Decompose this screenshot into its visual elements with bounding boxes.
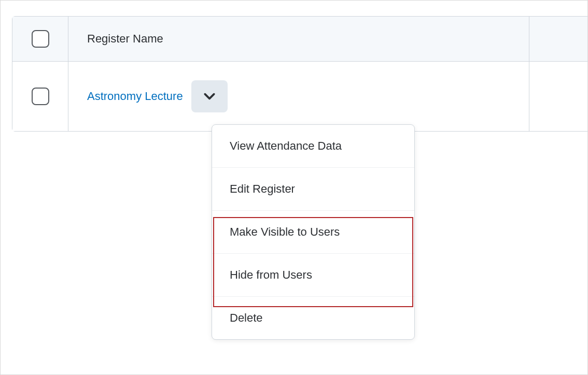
column-header-name: Register Name — [87, 32, 163, 46]
register-name-link[interactable]: Astronomy Lecture — [87, 90, 183, 103]
header-name-cell: Register Name — [68, 17, 529, 61]
register-table: Register Name Astronomy Lecture — [12, 16, 587, 132]
row-actions-button[interactable] — [191, 80, 228, 112]
menu-make-visible[interactable]: Make Visible to Users — [212, 211, 414, 254]
actions-dropdown: View Attendance Data Edit Register Make … — [212, 124, 415, 340]
row-name-cell: Astronomy Lecture — [68, 62, 529, 131]
menu-view-attendance[interactable]: View Attendance Data — [212, 125, 414, 168]
row-checkbox[interactable] — [32, 88, 49, 105]
row-checkbox-cell — [12, 62, 68, 131]
header-checkbox-cell — [12, 17, 68, 61]
menu-hide-from-users[interactable]: Hide from Users — [212, 254, 414, 297]
header-tail-cell — [529, 17, 587, 61]
menu-delete[interactable]: Delete — [212, 297, 414, 339]
table-row: Astronomy Lecture — [12, 62, 587, 131]
row-tail-cell — [529, 62, 587, 131]
table-header-row: Register Name — [12, 17, 587, 62]
chevron-down-icon — [203, 90, 216, 103]
menu-edit-register[interactable]: Edit Register — [212, 168, 414, 211]
select-all-checkbox[interactable] — [32, 30, 49, 48]
